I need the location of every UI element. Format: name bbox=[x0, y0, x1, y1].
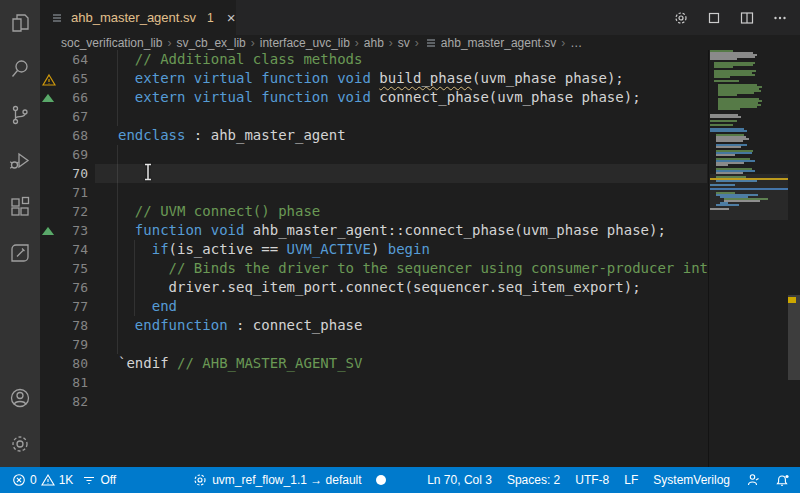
code-text: `endif // AHB_MASTER_AGENT_SV bbox=[118, 354, 362, 373]
feedback-status[interactable] bbox=[745, 467, 760, 493]
activity-item-manage[interactable] bbox=[0, 421, 40, 467]
manage-gear-icon bbox=[8, 432, 32, 456]
open-changes-button[interactable] bbox=[706, 10, 722, 26]
file-list-icon bbox=[424, 36, 438, 50]
code-line-64[interactable]: 64 // Additional class methods bbox=[40, 50, 707, 69]
line-number[interactable]: 80 bbox=[40, 354, 88, 373]
eol-status-label: LF bbox=[624, 473, 638, 487]
code-line-70[interactable]: 70 bbox=[40, 164, 707, 183]
cursor-position-status-label: Ln 70, Col 3 bbox=[427, 473, 492, 487]
code-line-72[interactable]: 72 // UVM connect() phase bbox=[40, 202, 707, 221]
activity-item-accounts[interactable] bbox=[0, 375, 40, 421]
encoding-status-label: UTF-8 bbox=[575, 473, 609, 487]
extensions-icon bbox=[8, 195, 32, 219]
code-line-81[interactable]: 81 bbox=[40, 373, 707, 392]
problems-status[interactable]: 01K bbox=[12, 467, 73, 493]
minimap[interactable] bbox=[710, 50, 788, 467]
explorer-icon bbox=[8, 11, 32, 35]
editor-settings-button[interactable] bbox=[673, 10, 689, 26]
line-number[interactable]: 68 bbox=[40, 126, 88, 145]
breadcrumb-item[interactable]: … bbox=[570, 36, 582, 50]
more-actions-button[interactable] bbox=[772, 10, 788, 26]
split-editor-button[interactable] bbox=[739, 10, 755, 26]
code-editor[interactable]: 64 // Additional class methods65 extern … bbox=[40, 50, 707, 467]
activity-bar-bottom bbox=[0, 375, 40, 467]
breadcrumb-label: soc_verification_lib bbox=[61, 36, 162, 50]
activity-item-explorer[interactable] bbox=[0, 0, 40, 46]
code-line-66[interactable]: 66 extern virtual function void connect_… bbox=[40, 88, 707, 107]
line-number[interactable]: 78 bbox=[40, 316, 88, 335]
line-number[interactable]: 64 bbox=[40, 50, 88, 69]
line-number[interactable]: 82 bbox=[40, 392, 88, 411]
line-number[interactable]: 76 bbox=[40, 278, 88, 297]
code-line-69[interactable]: 69 bbox=[40, 145, 707, 164]
line-number[interactable]: 81 bbox=[40, 373, 88, 392]
line-number[interactable]: 72 bbox=[40, 202, 88, 221]
cursor-position-status[interactable]: Ln 70, Col 3 bbox=[427, 467, 492, 493]
scrollbar-slider[interactable] bbox=[788, 295, 800, 380]
line-number[interactable]: 79 bbox=[40, 335, 88, 354]
code-line-74[interactable]: 74 if(is_active == UVM_ACTIVE) begin bbox=[40, 240, 707, 259]
line-number[interactable]: 77 bbox=[40, 297, 88, 316]
code-line-73[interactable]: 73 function void ahb_master_agent::conne… bbox=[40, 221, 707, 240]
line-number[interactable]: 67 bbox=[40, 107, 88, 126]
breadcrumb-separator: › bbox=[389, 36, 393, 50]
code-line-75[interactable]: 75 // Binds the driver to the sequencer … bbox=[40, 259, 707, 278]
breadcrumb-item[interactable]: sv bbox=[398, 36, 410, 50]
encoding-status[interactable]: UTF-8 bbox=[575, 467, 609, 493]
notifications-status[interactable] bbox=[775, 467, 790, 493]
code-line-67[interactable]: 67 bbox=[40, 107, 707, 126]
record-status[interactable] bbox=[374, 467, 388, 493]
breadcrumb-label: … bbox=[570, 36, 582, 50]
breadcrumb-item[interactable]: ahb bbox=[364, 36, 384, 50]
error-icon bbox=[12, 473, 26, 487]
breadcrumb-separator: › bbox=[167, 36, 171, 50]
code-line-82[interactable]: 82 bbox=[40, 392, 707, 411]
indentation-status-label: Spaces: 2 bbox=[507, 473, 560, 487]
code-line-71[interactable]: 71 bbox=[40, 183, 707, 202]
breadcrumb-separator: › bbox=[561, 36, 565, 50]
activity-item-source-control[interactable] bbox=[0, 92, 40, 138]
activity-bar-top bbox=[0, 0, 40, 276]
line-number[interactable]: 66 bbox=[40, 88, 88, 107]
breadcrumb-item[interactable]: ahb_master_agent.sv bbox=[424, 36, 556, 50]
code-line-79[interactable]: 79 bbox=[40, 335, 707, 354]
language-status[interactable]: SystemVerilog bbox=[653, 467, 730, 493]
minimap-slider[interactable] bbox=[710, 174, 788, 220]
tab-ahb-master-agent[interactable]: ahb_master_agent.sv 1 × bbox=[40, 0, 236, 35]
activity-item-custom-extension[interactable] bbox=[0, 230, 40, 276]
line-number[interactable]: 70 bbox=[40, 164, 88, 183]
code-text: extern virtual function void connect_pha… bbox=[118, 88, 641, 107]
activity-item-run-debug[interactable] bbox=[0, 138, 40, 184]
activity-item-extensions[interactable] bbox=[0, 184, 40, 230]
filter-off-status[interactable]: Off bbox=[82, 467, 116, 493]
code-line-78[interactable]: 78 endfunction : connect_phase bbox=[40, 316, 707, 335]
breadcrumb-item[interactable]: sv_cb_ex_lib bbox=[176, 36, 245, 50]
close-icon[interactable]: × bbox=[227, 10, 236, 26]
eol-status[interactable]: LF bbox=[624, 467, 638, 493]
indentation-status[interactable]: Spaces: 2 bbox=[507, 467, 560, 493]
code-line-77[interactable]: 77 end bbox=[40, 297, 707, 316]
filter-icon bbox=[82, 473, 96, 487]
code-text: extern virtual function void build_phase… bbox=[118, 69, 624, 88]
line-number[interactable]: 73 bbox=[40, 221, 88, 240]
breadcrumb-item[interactable]: soc_verification_lib bbox=[61, 36, 162, 50]
activity-item-search[interactable] bbox=[0, 46, 40, 92]
code-text: endfunction : connect_phase bbox=[118, 316, 362, 335]
line-number[interactable]: 65 bbox=[40, 69, 88, 88]
line-number[interactable]: 74 bbox=[40, 240, 88, 259]
code-line-80[interactable]: 80`endif // AHB_MASTER_AGENT_SV bbox=[40, 354, 707, 373]
config-status[interactable]: uvm_ref_flow_1.1 → default bbox=[192, 467, 361, 493]
pencil-badge-icon bbox=[8, 241, 32, 265]
code-line-76[interactable]: 76 driver.seq_item_port.connect(sequence… bbox=[40, 278, 707, 297]
line-number[interactable]: 69 bbox=[40, 145, 88, 164]
breadcrumb-item[interactable]: interface_uvc_lib bbox=[260, 36, 350, 50]
breadcrumb-label: ahb_master_agent.sv bbox=[441, 36, 556, 50]
line-number[interactable]: 71 bbox=[40, 183, 88, 202]
line-number[interactable]: 75 bbox=[40, 259, 88, 278]
editor-minimap-divider bbox=[708, 50, 709, 467]
tab-problem-badge: 1 bbox=[207, 11, 214, 25]
code-line-68[interactable]: 68endclass : ahb_master_agent bbox=[40, 126, 707, 145]
breadcrumb-separator: › bbox=[251, 36, 255, 50]
code-line-65[interactable]: 65 extern virtual function void build_ph… bbox=[40, 69, 707, 88]
